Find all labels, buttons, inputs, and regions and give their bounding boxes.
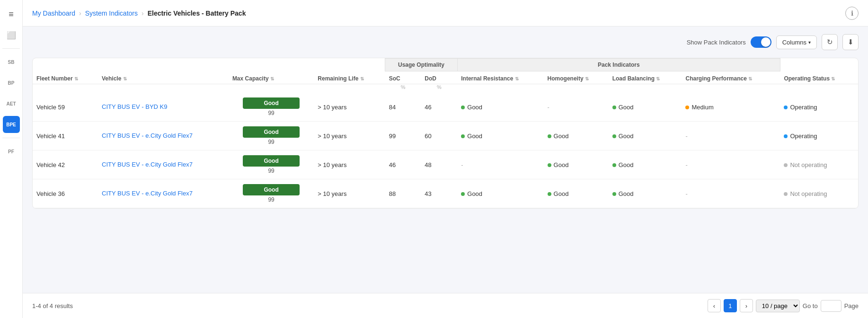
op-status-text: Operating bbox=[790, 104, 817, 111]
cell-load-bal: Good bbox=[609, 150, 682, 179]
main-area: My Dashboard › System Indicators › Elect… bbox=[23, 0, 868, 318]
cell-soc: 46 bbox=[385, 150, 421, 179]
capacity-bar: Good bbox=[243, 97, 300, 109]
status-dot bbox=[612, 163, 616, 167]
data-table: Usage Optimality Pack Indicators Fleet N… bbox=[32, 58, 859, 209]
col-soc: SoC bbox=[385, 71, 421, 84]
empty-group2 bbox=[780, 59, 858, 71]
sub-soc: % bbox=[385, 84, 421, 93]
cell-soc: 84 bbox=[385, 93, 421, 122]
sort-homogen-icon[interactable]: ⇅ bbox=[585, 76, 589, 81]
sidebar-item-bp[interactable]: BP bbox=[3, 74, 20, 91]
cell-soc: 99 bbox=[385, 122, 421, 150]
toolbar: Show Pack Indicators Columns ▾ ↻ ⬇ bbox=[32, 34, 859, 50]
cell-op-status: Not operating bbox=[780, 179, 858, 208]
cell-vehicle[interactable]: CITY BUS EV - e.City Gold Flex7 bbox=[98, 179, 229, 208]
sub-fleet bbox=[33, 84, 98, 93]
sub-vehicle bbox=[98, 84, 229, 93]
per-page-select[interactable]: 10 / page 25 / page 50 / page bbox=[756, 300, 800, 312]
sort-fleet-icon[interactable]: ⇅ bbox=[74, 76, 78, 81]
sort-chargeperf-icon[interactable]: ⇅ bbox=[748, 76, 752, 81]
cell-dod: 43 bbox=[421, 179, 457, 208]
prev-page-button[interactable]: ‹ bbox=[708, 299, 721, 312]
op-status-text: Not operating bbox=[790, 190, 827, 197]
sidebar-item-sb[interactable]: SB bbox=[3, 53, 20, 71]
download-icon: ⬇ bbox=[848, 38, 854, 46]
sidebar-menu-icon[interactable]: ≡ bbox=[3, 6, 20, 23]
status-dot bbox=[784, 163, 788, 167]
vehicle-link[interactable]: CITY BUS EV - BYD K9 bbox=[102, 103, 167, 110]
sidebar-monitor-icon[interactable]: ⬜ bbox=[3, 26, 20, 44]
page-controls: ‹ 1 › 10 / page 25 / page 50 / page Go t… bbox=[708, 299, 859, 312]
columns-button[interactable]: Columns ▾ bbox=[776, 35, 817, 49]
capacity-bar-wrap: Good 99 bbox=[232, 184, 310, 203]
pack-indicators-toggle[interactable] bbox=[751, 36, 771, 48]
sidebar-item-bpe[interactable]: BPE bbox=[3, 116, 20, 133]
pagination: 1-4 of 4 results ‹ 1 › 10 / page 25 / pa… bbox=[23, 293, 868, 318]
cell-vehicle[interactable]: CITY BUS EV - BYD K9 bbox=[98, 93, 229, 122]
vehicle-link[interactable]: CITY BUS EV - e.City Gold Flex7 bbox=[102, 132, 193, 139]
sub-opstatus bbox=[780, 84, 858, 93]
breadcrumb: My Dashboard › System Indicators › Elect… bbox=[32, 9, 246, 17]
sidebar-item-pf[interactable]: PF bbox=[3, 143, 20, 160]
status-dot bbox=[612, 192, 616, 196]
status-text: Good bbox=[554, 190, 569, 197]
cell-fleet: Vehicle 59 bbox=[33, 93, 98, 122]
cell-soc: 88 bbox=[385, 179, 421, 208]
cell-homogen: Good bbox=[544, 179, 609, 208]
columns-label: Columns bbox=[782, 39, 806, 46]
cell-rem-life: > 10 years bbox=[314, 179, 385, 208]
info-icon[interactable]: ℹ bbox=[845, 7, 859, 20]
vehicle-link[interactable]: CITY BUS EV - e.City Gold Flex7 bbox=[102, 190, 193, 197]
table-col-header-row: Fleet Number ⇅ Vehicle ⇅ Max Capacity ⇅ … bbox=[33, 71, 858, 84]
cell-int-res: Good bbox=[457, 179, 543, 208]
status-text: Good bbox=[554, 161, 569, 168]
status-dot bbox=[612, 134, 616, 138]
sub-intres bbox=[457, 84, 543, 93]
sort-opstatus-icon[interactable]: ⇅ bbox=[831, 76, 835, 81]
col-vehicle: Vehicle ⇅ bbox=[98, 71, 229, 84]
cell-charge-perf: - bbox=[682, 150, 780, 179]
status-dot bbox=[784, 106, 788, 109]
goto-input[interactable] bbox=[821, 300, 841, 312]
status-dot bbox=[548, 163, 551, 167]
next-page-button[interactable]: › bbox=[740, 299, 753, 312]
sort-remlife-icon[interactable]: ⇅ bbox=[360, 76, 364, 81]
cell-dash: - bbox=[685, 132, 687, 140]
cell-load-bal: Good bbox=[609, 93, 682, 122]
cell-int-res: Good bbox=[457, 93, 543, 122]
cell-vehicle[interactable]: CITY BUS EV - e.City Gold Flex7 bbox=[98, 122, 229, 150]
sort-maxcap-icon[interactable]: ⇅ bbox=[270, 76, 274, 81]
cell-homogen: - bbox=[544, 93, 609, 122]
col-rem-life: Remaining Life ⇅ bbox=[314, 71, 385, 84]
cell-vehicle[interactable]: CITY BUS EV - e.City Gold Flex7 bbox=[98, 150, 229, 179]
status-dot bbox=[461, 106, 465, 109]
table-row: Vehicle 41 CITY BUS EV - e.City Gold Fle… bbox=[33, 122, 858, 150]
status-dot bbox=[685, 106, 689, 109]
op-status-text: Operating bbox=[790, 132, 817, 140]
sidebar-divider bbox=[2, 48, 20, 49]
cell-dod: 48 bbox=[421, 150, 457, 179]
vehicle-link[interactable]: CITY BUS EV - e.City Gold Flex7 bbox=[102, 161, 193, 168]
sort-intres-icon[interactable]: ⇅ bbox=[515, 76, 519, 81]
table-sub-header-row: % % bbox=[33, 84, 858, 93]
download-button[interactable]: ⬇ bbox=[842, 34, 859, 50]
table-row: Vehicle 36 CITY BUS EV - e.City Gold Fle… bbox=[33, 179, 858, 208]
cell-load-bal: Good bbox=[609, 179, 682, 208]
status-text: Good bbox=[619, 132, 634, 140]
table-row: Vehicle 42 CITY BUS EV - e.City Gold Fle… bbox=[33, 150, 858, 179]
status-text: Good bbox=[619, 104, 634, 111]
refresh-button[interactable]: ↻ bbox=[822, 34, 838, 50]
page-1-button[interactable]: 1 bbox=[724, 299, 737, 312]
breadcrumb-home[interactable]: My Dashboard bbox=[32, 9, 75, 17]
sidebar-item-aet[interactable]: AET bbox=[3, 95, 20, 112]
cell-rem-life: > 10 years bbox=[314, 150, 385, 179]
chevron-down-icon: ▾ bbox=[808, 40, 811, 45]
status-text: Good bbox=[467, 104, 482, 111]
sort-loadbal-icon[interactable]: ⇅ bbox=[656, 76, 660, 81]
sort-vehicle-icon[interactable]: ⇅ bbox=[123, 76, 127, 81]
col-fleet: Fleet Number ⇅ bbox=[33, 71, 98, 84]
breadcrumb-section[interactable]: System Indicators bbox=[85, 9, 138, 17]
cell-homogen: Good bbox=[544, 122, 609, 150]
cell-charge-perf: - bbox=[682, 179, 780, 208]
